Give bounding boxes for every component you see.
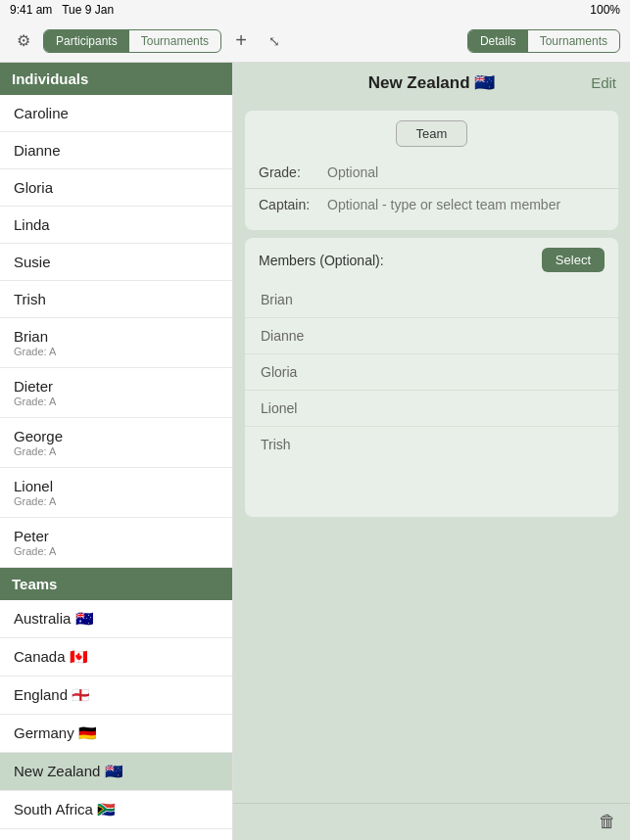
- detail-panel: New Zealand 🇳🇿 Edit Team Grade: Captain:…: [233, 63, 630, 840]
- list-item[interactable]: Caroline: [0, 95, 232, 132]
- list-item[interactable]: South Africa 🇿🇦: [0, 791, 232, 829]
- list-item[interactable]: Australia 🇦🇺: [0, 600, 232, 638]
- status-bar: 9:41 am Tue 9 Jan 100%: [0, 0, 630, 20]
- toolbar: ⚙ Participants Tournaments + ⤡ Details T…: [0, 20, 630, 63]
- teams-list: Australia 🇦🇺Canada 🇨🇦England 🏴󠁧󠁢󠁥󠁮󠁧󠁿Germ…: [0, 600, 232, 840]
- list-item-name: Australia 🇦🇺: [14, 610, 218, 628]
- individuals-list: CarolineDianneGloriaLindaSusieTrishBrian…: [0, 95, 232, 568]
- list-item-name: Trish: [14, 291, 218, 307]
- captain-input[interactable]: [327, 197, 605, 212]
- list-item[interactable]: PeterGrade: A: [0, 518, 232, 568]
- list-item[interactable]: DieterGrade: A: [0, 368, 232, 418]
- list-item-name: South Africa 🇿🇦: [14, 801, 218, 818]
- list-item-grade: Grade: A: [14, 396, 218, 407]
- toolbar-left: ⚙ Participants Tournaments + ⤡: [10, 27, 288, 55]
- list-item-name: George: [14, 428, 218, 444]
- status-right: 100%: [590, 3, 620, 17]
- grade-label: Grade:: [259, 164, 327, 180]
- list-item[interactable]: Spain 🇪🇸: [0, 829, 232, 840]
- members-label: Members (Optional):: [259, 253, 384, 268]
- list-item-name: Peter: [14, 528, 218, 544]
- detail-header: New Zealand 🇳🇿 Edit: [233, 63, 630, 103]
- add-button[interactable]: +: [227, 27, 255, 55]
- participants-seg-control: Participants Tournaments: [43, 29, 221, 53]
- sidebar: Individuals CarolineDianneGloriaLindaSus…: [0, 63, 233, 840]
- edit-button[interactable]: Edit: [591, 74, 616, 91]
- list-item[interactable]: BrianGrade: A: [0, 318, 232, 368]
- details-tab[interactable]: Details: [468, 30, 528, 52]
- list-item-name: Susie: [14, 254, 218, 270]
- captain-row: Captain:: [245, 189, 618, 220]
- list-item[interactable]: England 🏴󠁧󠁢󠁥󠁮󠁧󠁿: [0, 677, 232, 715]
- detail-tournaments-tab[interactable]: Tournaments: [528, 30, 619, 52]
- form-card: Team Grade: Captain:: [245, 111, 618, 230]
- list-item[interactable]: LionelGrade: A: [0, 468, 232, 518]
- member-item: Dianne: [245, 318, 618, 354]
- list-item-name: Dianne: [14, 142, 218, 159]
- list-item[interactable]: Germany 🇩🇪: [0, 715, 232, 753]
- battery-indicator: 100%: [590, 3, 620, 17]
- tournaments-tab[interactable]: Tournaments: [129, 30, 220, 52]
- list-item-grade: Grade: A: [14, 495, 218, 507]
- team-type-button[interactable]: Team: [396, 120, 468, 147]
- participants-tab[interactable]: Participants: [44, 30, 129, 52]
- grade-input[interactable]: [327, 164, 605, 180]
- resize-button[interactable]: ⤡: [261, 27, 288, 55]
- list-item[interactable]: Gloria: [0, 169, 232, 207]
- list-item-name: Dieter: [14, 378, 218, 395]
- list-item[interactable]: Susie: [0, 244, 232, 281]
- individuals-header: Individuals: [0, 63, 232, 95]
- members-list: BrianDianneGloriaLionelTrish: [245, 282, 618, 462]
- members-section: Members (Optional): Select BrianDianneGl…: [245, 238, 618, 517]
- captain-label: Captain:: [259, 197, 327, 212]
- list-item[interactable]: Trish: [0, 281, 232, 318]
- member-item: Lionel: [245, 391, 618, 427]
- detail-spacer: [233, 525, 630, 804]
- list-item-name: Germany 🇩🇪: [14, 724, 218, 742]
- list-item[interactable]: Dianne: [0, 132, 232, 169]
- gear-button[interactable]: ⚙: [10, 27, 37, 55]
- list-item-name: Lionel: [14, 478, 218, 494]
- list-item-name: Linda: [14, 216, 218, 233]
- list-item-grade: Grade: A: [14, 346, 218, 357]
- toolbar-right: Details Tournaments: [467, 29, 620, 53]
- list-item-name: Canada 🇨🇦: [14, 648, 218, 666]
- member-item: Gloria: [245, 354, 618, 391]
- bottom-toolbar: 🗑: [233, 803, 630, 840]
- list-item-name: Brian: [14, 328, 218, 345]
- grade-row: Grade:: [245, 157, 618, 189]
- list-item-grade: Grade: A: [14, 545, 218, 557]
- list-item[interactable]: New Zealand 🇳🇿: [0, 753, 232, 791]
- trash-button[interactable]: 🗑: [599, 812, 616, 832]
- list-item[interactable]: GeorgeGrade: A: [0, 418, 232, 468]
- member-item: Brian: [245, 282, 618, 318]
- status-time: 9:41 am Tue 9 Jan: [10, 3, 114, 17]
- list-item-grade: Grade: A: [14, 445, 218, 457]
- detail-title: New Zealand 🇳🇿: [368, 72, 496, 93]
- list-item-name: Gloria: [14, 179, 218, 196]
- members-header: Members (Optional): Select: [245, 238, 618, 282]
- list-item[interactable]: Canada 🇨🇦: [0, 638, 232, 677]
- list-item-name: England 🏴󠁧󠁢󠁥󠁮󠁧󠁿: [14, 686, 218, 704]
- list-item[interactable]: Linda: [0, 207, 232, 244]
- detail-seg-control: Details Tournaments: [467, 29, 620, 53]
- list-item-name: Caroline: [14, 105, 218, 121]
- teams-header: Teams: [0, 568, 232, 600]
- select-button[interactable]: Select: [542, 248, 605, 272]
- main-layout: Individuals CarolineDianneGloriaLindaSus…: [0, 63, 630, 840]
- list-item-name: New Zealand 🇳🇿: [14, 763, 218, 780]
- member-item: Trish: [245, 427, 618, 462]
